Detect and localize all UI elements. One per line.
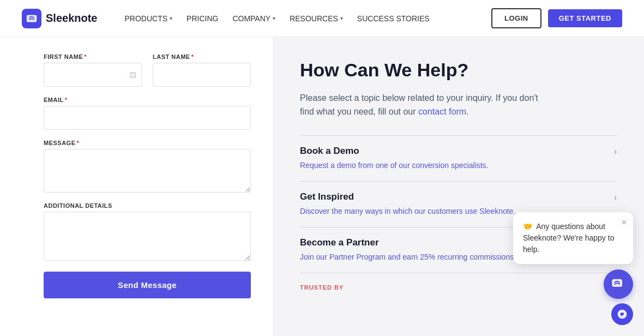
help-item-demo-desc: Request a demo from one of our conversio…: [300, 160, 605, 171]
additional-textarea[interactable]: [44, 212, 251, 261]
chat-widget: × 🤝 Any questions about Sleeknote? We're…: [513, 212, 633, 325]
email-group: EMAIL*: [44, 97, 251, 130]
chevron-right-icon: ›: [614, 147, 617, 157]
chevron-down-icon: ▾: [170, 15, 172, 21]
person-icon: ⊡: [130, 70, 136, 79]
help-subtitle: Please select a topic below related to y…: [300, 91, 540, 119]
main-nav: PRODUCTS ▾ PRICING COMPANY ▾ RESOURCES ▾…: [119, 10, 491, 27]
nav-actions: LOGIN GET STARTED: [491, 8, 622, 28]
chat-popup-text: 🤝 Any questions about Sleeknote? We're h…: [523, 221, 623, 255]
login-button[interactable]: LOGIN: [491, 8, 541, 28]
get-started-button[interactable]: GET STARTED: [548, 9, 622, 27]
email-input[interactable]: [44, 106, 251, 130]
help-item-inspired-title: Get Inspired: [300, 191, 605, 202]
chat-secondary-button[interactable]: [611, 303, 633, 325]
message-group: MESSAGE*: [44, 140, 251, 193]
nav-company[interactable]: COMPANY ▾: [227, 10, 281, 27]
message-textarea[interactable]: [44, 149, 251, 193]
chevron-right-icon: ›: [614, 193, 617, 202]
handshake-icon: 🤝: [523, 222, 532, 231]
message-label: MESSAGE*: [44, 140, 251, 146]
close-icon[interactable]: ×: [622, 218, 627, 227]
chevron-down-icon: ▾: [273, 15, 275, 21]
logo-text: Sleeknote: [46, 12, 97, 25]
last-name-input[interactable]: [153, 63, 251, 87]
email-label: EMAIL*: [44, 97, 251, 103]
nav-resources[interactable]: RESOURCES ▾: [284, 10, 348, 27]
contact-form-panel: FIRST NAME* ⊡ LAST NAME* EMAIL*: [0, 37, 273, 336]
header: Sleeknote PRODUCTS ▾ PRICING COMPANY ▾ R…: [0, 0, 644, 37]
nav-pricing[interactable]: PRICING: [181, 10, 224, 27]
first-name-label: FIRST NAME*: [44, 53, 142, 60]
chat-main-button[interactable]: [604, 269, 633, 299]
nav-success-stories[interactable]: SUCCESS STORIES: [352, 10, 435, 27]
additional-group: ADDITIONAL DETAILS: [44, 202, 251, 261]
additional-label: ADDITIONAL DETAILS: [44, 202, 251, 209]
first-name-wrapper: ⊡: [44, 63, 142, 87]
first-name-input[interactable]: [44, 63, 142, 87]
send-message-button[interactable]: Send Message: [44, 272, 251, 298]
nav-products[interactable]: PRODUCTS ▾: [119, 10, 178, 27]
logo-icon: [22, 9, 41, 28]
help-item-demo-title: Book a Demo: [300, 146, 605, 157]
last-name-group: LAST NAME*: [153, 53, 251, 87]
first-name-group: FIRST NAME* ⊡: [44, 53, 142, 87]
logo[interactable]: Sleeknote: [22, 9, 97, 28]
last-name-label: LAST NAME*: [153, 53, 251, 60]
chevron-down-icon: ▾: [340, 15, 343, 21]
help-title: How Can We Help?: [300, 59, 617, 81]
name-row: FIRST NAME* ⊡ LAST NAME*: [44, 53, 251, 87]
contact-form-link[interactable]: contact form: [418, 107, 466, 116]
chat-popup: × 🤝 Any questions about Sleeknote? We're…: [513, 212, 633, 264]
help-item-demo[interactable]: Book a Demo Request a demo from one of o…: [300, 135, 617, 181]
